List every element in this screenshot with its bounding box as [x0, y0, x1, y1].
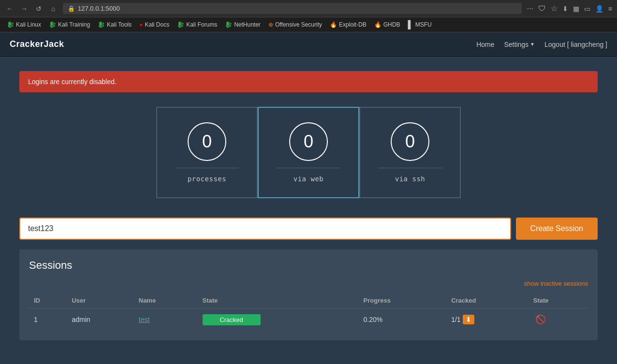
cracked-count: 1/1 [451, 316, 460, 323]
show-inactive-sessions-link[interactable]: show inactive sessions [524, 280, 588, 287]
app-nav-links: Home Settings ▼ Logout [ liangcheng ] [476, 41, 607, 48]
stat-divider-via-web [277, 168, 341, 168]
bookmark-kali-training[interactable]: 🐉 Kali Training [46, 20, 93, 29]
eye-slash-icon: 🚫 [535, 315, 546, 324]
col-header-progress: Progress [359, 293, 447, 308]
bookmark-kali-forums[interactable]: 🐉 Kali Forums [174, 20, 220, 29]
ghdb-icon: 🔥 [374, 21, 382, 28]
stat-divider-processes [175, 168, 239, 168]
nav-logout[interactable]: Logout [ liangcheng ] [544, 41, 607, 48]
address-bar[interactable]: 🔒 127.0.0.1:5000 [63, 3, 522, 14]
bookmarks-bar: 🐉 Kali Linux 🐉 Kali Training 🐉 Kali Tool… [0, 17, 617, 32]
bookmark-ghdb[interactable]: 🔥 GHDB [371, 20, 403, 29]
kali-training-icon: 🐉 [49, 21, 56, 28]
download-browser-icon[interactable]: ⬇ [562, 5, 568, 13]
cell-state: Cracked [198, 308, 359, 331]
cell-progress: 0.20% [359, 308, 447, 331]
stat-divider-via-ssh [378, 168, 442, 168]
sessions-table-header: ID User Name State Progress Cracked Stat… [29, 293, 588, 308]
library-icon[interactable]: ▦ [573, 5, 579, 13]
kali-docs-icon: ● [139, 21, 143, 28]
browser-chrome: ← → ↺ ⌂ 🔒 127.0.0.1:5000 ··· 🛡 ☆ ⬇ ▦ ▭ 👤… [0, 0, 617, 17]
offensive-security-icon: ⊕ [268, 21, 273, 28]
app-brand: CrackerJack [10, 39, 64, 49]
table-row: 1 admin test Cracked 0.20% 1/1 ⬇ [29, 308, 588, 331]
kali-tools-icon: 🐉 [98, 21, 105, 28]
reload-button[interactable]: ↺ [34, 4, 44, 14]
bookmark-nethunter[interactable]: 🐉 NetHunter [222, 20, 264, 29]
col-header-user: User [67, 293, 133, 308]
cell-cracked: 1/1 ⬇ [446, 308, 529, 331]
stats-row: 0 processes 0 via web 0 via ssh [19, 107, 598, 198]
col-header-state2: State [529, 293, 588, 308]
app-navbar: CrackerJack Home Settings ▼ Logout [ lia… [0, 32, 617, 57]
layout-icon[interactable]: ▭ [584, 5, 590, 13]
state-badge-cracked: Cracked [203, 314, 261, 325]
stat-label-via-web: via web [294, 175, 324, 183]
create-session-row: Create Session [19, 218, 598, 240]
bookmark-kali-docs[interactable]: ● Kali Docs [136, 20, 172, 29]
shield-icon[interactable]: 🛡 [538, 4, 546, 13]
stat-number-via-web: 0 [289, 122, 328, 161]
home-button[interactable]: ⌂ [48, 4, 58, 14]
sessions-title: Sessions [29, 259, 588, 272]
stat-label-via-ssh: via ssh [395, 175, 426, 183]
kali-forums-icon: 🐉 [177, 21, 184, 28]
stat-number-via-ssh: 0 [391, 122, 429, 161]
profile-icon[interactable]: 👤 [595, 5, 603, 13]
cell-state2: 🚫 [529, 308, 588, 331]
stat-number-processes: 0 [188, 122, 226, 161]
back-button[interactable]: ← [5, 4, 15, 14]
alert-message: Logins are currently disabled. [28, 78, 117, 86]
exploit-db-icon: 🔥 [330, 21, 337, 28]
hide-session-button[interactable]: 🚫 [533, 313, 548, 326]
stat-card-via-web: 0 via web [258, 107, 359, 198]
bookmark-msfu[interactable]: ▌ MSFU [405, 19, 434, 30]
bookmark-kali-tools[interactable]: 🐉 Kali Tools [95, 20, 134, 29]
nethunter-icon: 🐉 [225, 21, 232, 28]
bookmark-icon[interactable]: ☆ [551, 4, 558, 13]
lock-icon: 🔒 [68, 5, 75, 12]
stat-card-processes: 0 processes [156, 107, 258, 198]
forward-button[interactable]: → [19, 4, 29, 14]
alert-banner: Logins are currently disabled. [19, 71, 598, 92]
stat-card-via-ssh: 0 via ssh [359, 107, 461, 198]
msfu-icon: ▌ [408, 20, 413, 29]
col-header-state: State [198, 293, 359, 308]
col-header-id: ID [29, 293, 67, 308]
more-icon[interactable]: ··· [527, 4, 533, 13]
create-session-button[interactable]: Create Session [516, 218, 598, 240]
sessions-table: ID User Name State Progress Cracked Stat… [29, 293, 588, 331]
col-header-name: Name [134, 293, 198, 308]
session-name-link[interactable]: test [139, 316, 150, 323]
cell-id: 1 [29, 308, 67, 331]
cell-user: admin [67, 308, 133, 331]
menu-icon[interactable]: ≡ [608, 5, 612, 13]
show-inactive-link-container: show inactive sessions [29, 279, 588, 287]
bookmark-offensive-security[interactable]: ⊕ Offensive Security [265, 20, 325, 29]
session-name-input[interactable] [19, 218, 511, 240]
col-header-cracked: Cracked [446, 293, 529, 308]
download-cracked-button[interactable]: ⬇ [463, 315, 474, 324]
bookmark-exploit-db[interactable]: 🔥 Exploit-DB [327, 20, 369, 29]
sessions-table-body: 1 admin test Cracked 0.20% 1/1 ⬇ [29, 308, 588, 331]
address-text: 127.0.0.1:5000 [78, 5, 120, 12]
kali-linux-icon: 🐉 [7, 21, 14, 28]
stat-label-processes: processes [188, 175, 226, 183]
sessions-container: Sessions show inactive sessions ID User … [19, 249, 598, 340]
nav-settings-dropdown[interactable]: Settings ▼ [504, 41, 535, 48]
nav-home[interactable]: Home [476, 41, 494, 48]
cell-name: test [134, 308, 198, 331]
main-content: Logins are currently disabled. 0 process… [0, 57, 617, 355]
bookmark-kali-linux[interactable]: 🐉 Kali Linux [4, 20, 44, 29]
chevron-down-icon: ▼ [530, 42, 535, 47]
browser-actions: ··· 🛡 ☆ ⬇ ▦ ▭ 👤 ≡ [527, 4, 612, 13]
